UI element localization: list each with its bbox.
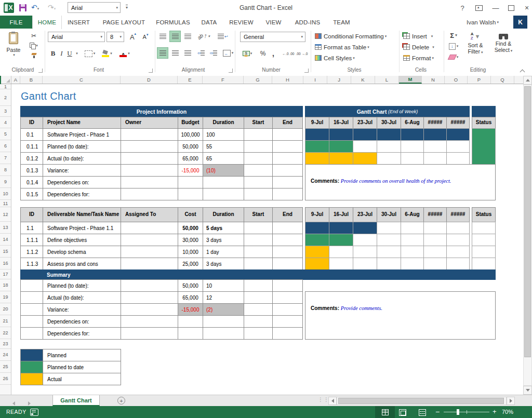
row-header-14[interactable]: 14 — [0, 234, 11, 246]
t2-row-0-week-0[interactable] — [305, 222, 329, 234]
row-header-12[interactable]: 12 — [0, 207, 11, 222]
t1-row-1-owner[interactable] — [121, 140, 178, 153]
ribbon-tab-data[interactable]: DATA — [195, 16, 223, 29]
spreadsheet-area[interactable]: 1234567891011121314151617181920212223242… — [0, 84, 523, 395]
t2-srow-3-duration[interactable] — [203, 315, 244, 328]
t2-row-0-start[interactable] — [244, 222, 273, 234]
t1-row-1-week-1[interactable] — [329, 140, 353, 153]
column-header-E[interactable]: E — [178, 76, 203, 84]
t1-row-1-week-2[interactable] — [353, 140, 377, 153]
t2-row-3-week-3[interactable] — [377, 258, 401, 270]
conditional-formatting-button[interactable]: Conditional Formatting▾ — [315, 31, 387, 41]
t2-srow-1-start[interactable] — [244, 291, 273, 304]
t1-row-2-id[interactable]: 0.1.2 — [20, 152, 43, 165]
column-header-J[interactable]: J — [327, 76, 351, 84]
t1-row-0-week-4[interactable] — [401, 128, 424, 141]
t2-row-0-end[interactable] — [272, 222, 303, 234]
t1-row-0-name[interactable]: Software Project - Phase 1 — [43, 128, 121, 141]
t1-row-1-end[interactable] — [272, 140, 303, 153]
t2-srow-4-name[interactable]: Dependencies for: — [43, 327, 121, 340]
t2-row-2-week-3[interactable] — [377, 246, 401, 258]
t1-row-5-duration[interactable] — [203, 188, 244, 200]
t1-row-0-owner[interactable] — [121, 128, 178, 141]
t2-srow-1-assigned[interactable] — [121, 291, 178, 304]
t2-row-2-start[interactable] — [244, 246, 273, 258]
t1-row-1-duration[interactable]: 55 — [203, 140, 244, 153]
row-header-19[interactable]: 19 — [0, 291, 11, 303]
decrease-indent-button[interactable]: ⇦ — [195, 47, 207, 59]
row-header-1[interactable]: 1 — [0, 84, 11, 89]
t2-row-1-week-1[interactable] — [329, 234, 353, 246]
column-header-F[interactable]: F — [203, 76, 244, 84]
t2-srow-0-id[interactable] — [20, 279, 43, 292]
ribbon-display-options-icon[interactable]: ▴ — [472, 0, 486, 16]
t2-row-3-id[interactable]: 1.1.3 — [20, 258, 43, 270]
t2-header-4[interactable]: Duration — [203, 207, 244, 222]
avatar[interactable]: K — [513, 16, 527, 29]
column-header-P[interactable]: P — [468, 76, 491, 84]
t2-row-0-week-4[interactable] — [401, 222, 424, 234]
align-top-button[interactable] — [157, 31, 168, 42]
t1-header-1[interactable]: Project Name — [43, 117, 121, 129]
tab-splitter-handle[interactable]: ⋮⋮ — [318, 397, 329, 402]
t1-header-0[interactable]: ID — [20, 117, 43, 129]
column-header-D[interactable]: D — [121, 76, 178, 84]
column-header-M[interactable]: M — [399, 76, 422, 84]
undo-button[interactable]: ↶▾ — [31, 3, 39, 11]
t2-week-header-1[interactable]: 16-Jul — [329, 207, 353, 222]
t2-srow-2-name[interactable]: Variance: — [43, 303, 121, 316]
italic-button[interactable]: I — [58, 48, 65, 59]
week-header-2[interactable]: 23-Jul — [353, 117, 377, 129]
t2-row-2-week-4[interactable] — [401, 246, 424, 258]
t1-row-5-start[interactable] — [244, 188, 273, 200]
t1-row-3-id[interactable]: 0.1.3 — [20, 164, 43, 177]
t1-row-0-week-1[interactable] — [329, 128, 353, 141]
orientation-button[interactable]: ab↗▾ — [196, 31, 211, 42]
t2-row-1-assigned[interactable] — [121, 234, 178, 246]
clear-button[interactable]: ▾ — [447, 52, 460, 62]
t1-row-4-budget[interactable] — [178, 176, 203, 188]
increase-indent-button[interactable]: ⇨ — [208, 47, 219, 59]
t1-row-2-week-4[interactable] — [401, 152, 424, 165]
t1-row-4-end[interactable] — [272, 176, 303, 188]
legend-swatch-2[interactable] — [20, 373, 43, 385]
t2-row-2-end[interactable] — [272, 246, 303, 258]
t2-row-3-cost[interactable]: 25,000 — [178, 258, 203, 270]
format-painter-button[interactable] — [26, 51, 42, 60]
font-color-button[interactable]: A▾ — [117, 48, 132, 59]
font-dialog-launcher[interactable] — [149, 69, 153, 73]
t2-row-2-week-2[interactable] — [353, 246, 377, 258]
column-header-O[interactable]: O — [445, 76, 468, 84]
ribbon-tab-page-layout[interactable]: PAGE LAYOUT — [97, 16, 151, 29]
t2-srow-4-id[interactable] — [20, 327, 43, 340]
t1-row-4-owner[interactable] — [121, 176, 178, 188]
find-select-button[interactable]: Find &Select▾ — [489, 30, 517, 63]
t2-srow-4-duration[interactable] — [203, 327, 244, 340]
t2-srow-1-id[interactable] — [20, 291, 43, 304]
sheet-tab-gantt-chart[interactable]: Gantt Chart — [52, 395, 100, 406]
t2-srow-0-name[interactable]: Planned (to date): — [43, 279, 121, 292]
t1-row-5-budget[interactable] — [178, 188, 203, 200]
new-sheet-button[interactable]: + — [117, 397, 125, 404]
t2-row-1-duration[interactable]: 3 days — [203, 234, 244, 246]
align-center-button[interactable] — [169, 47, 181, 59]
t2-row-1-week-5[interactable] — [423, 234, 447, 246]
copy-button[interactable]: ▾ — [26, 41, 42, 50]
t2-row-2-week-6[interactable] — [446, 246, 470, 258]
t2-row-1-start[interactable] — [244, 234, 273, 246]
t1-row-4-name[interactable]: Dependencies on: — [43, 176, 121, 188]
t2-srow-4-assigned[interactable] — [121, 327, 178, 340]
t1-header-5[interactable]: Start — [244, 117, 273, 129]
t2-status-header[interactable]: Status — [472, 207, 496, 222]
t2-srow-2-assigned[interactable] — [121, 303, 178, 316]
row-header-23[interactable]: 23 — [0, 339, 11, 349]
t1-row-0-week-5[interactable] — [423, 128, 447, 141]
column-header-A[interactable]: A — [11, 76, 20, 84]
row-header-6[interactable]: 6 — [0, 140, 11, 152]
row-header-2[interactable]: 2 — [0, 89, 11, 106]
t1-header-2[interactable]: Owner — [121, 117, 178, 129]
t2-row-3-week-4[interactable] — [401, 258, 424, 270]
t2-header-3[interactable]: Cost — [178, 207, 203, 222]
cell-styles-button[interactable]: Cell Styles▾ — [315, 53, 355, 63]
t1-row-2-week-6[interactable] — [446, 152, 470, 165]
